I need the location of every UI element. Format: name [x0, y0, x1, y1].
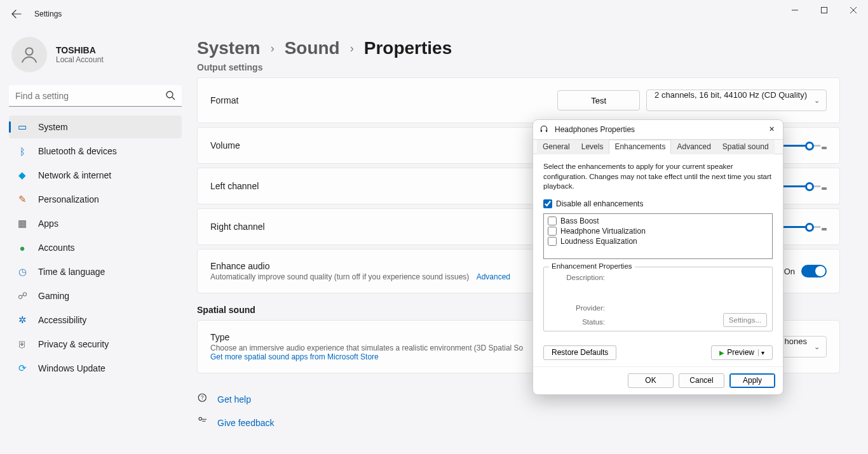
breadcrumb-sound[interactable]: Sound [285, 38, 340, 58]
spatial-value: hones [785, 337, 807, 346]
person-icon [20, 45, 39, 64]
nav-update[interactable]: ⟳Windows Update [9, 357, 182, 380]
tab-levels[interactable]: Levels [576, 140, 609, 154]
breadcrumb-properties: Properties [364, 38, 452, 58]
dropdown-arrow-icon: ▾ [758, 349, 764, 356]
apply-button[interactable]: Apply [729, 373, 775, 388]
globe-icon: ◷ [17, 266, 28, 277]
test-button[interactable]: Test [557, 90, 640, 110]
close-window-button[interactable] [839, 0, 868, 20]
nav-label: Gaming [38, 291, 69, 301]
breadcrumb: System › Sound › Properties [197, 28, 840, 63]
account-icon: ● [17, 242, 28, 253]
nav-label: Windows Update [38, 363, 105, 373]
arrow-left-icon [11, 9, 22, 19]
back-button[interactable] [5, 3, 28, 25]
svg-rect-9 [546, 130, 547, 132]
checkbox-input[interactable] [548, 237, 557, 246]
disable-enhancements-checkbox[interactable]: Disable all enhancements [543, 199, 773, 208]
format-value: 2 channels, 16 bit, 44100 Hz (CD Quality… [654, 90, 807, 100]
enhancements-list: Bass Boost Headphone Virtualization Loud… [543, 213, 773, 259]
tab-advanced[interactable]: Advanced [671, 140, 716, 154]
nav-label: Bluetooth & devices [38, 146, 117, 156]
advanced-link[interactable]: Advanced [477, 272, 510, 281]
prop-status-label: Status: [550, 318, 605, 326]
nav-bluetooth[interactable]: ᛒBluetooth & devices [9, 140, 182, 163]
fieldset-legend: Enhancement Properties [549, 262, 635, 270]
tab-spatial-sound[interactable]: Spatial sound [717, 140, 775, 154]
tab-enhancements[interactable]: Enhancements [609, 140, 671, 154]
checkbox-input[interactable] [548, 217, 557, 225]
nav-accounts[interactable]: ●Accounts [9, 236, 182, 259]
nav-personalization[interactable]: ✎Personalization [9, 188, 182, 211]
search-input[interactable] [9, 85, 182, 107]
give-feedback-link[interactable]: Give feedback [217, 418, 275, 428]
avatar [11, 37, 47, 72]
section-output: Output settings [197, 62, 840, 72]
prop-description-label: Description: [550, 274, 605, 281]
minimize-button[interactable] [780, 0, 810, 20]
headphones-properties-dialog: Headphones Properties ✕ General Levels E… [532, 119, 783, 395]
nav-system[interactable]: ▭System [9, 116, 182, 138]
bass-boost-checkbox[interactable]: Bass Boost [548, 217, 768, 225]
update-icon: ⟳ [17, 363, 28, 374]
chevron-down-icon: ⌄ [814, 97, 820, 105]
loudness-equalization-checkbox[interactable]: Loudness Equalization [548, 237, 768, 246]
get-help-link[interactable]: Get help [217, 394, 251, 404]
maximize-button[interactable] [810, 0, 839, 20]
toggle-label: On [784, 267, 795, 276]
nav-network[interactable]: ◆Network & internet [9, 164, 182, 187]
svg-rect-1 [822, 8, 827, 13]
breadcrumb-system[interactable]: System [197, 38, 261, 58]
nav-time[interactable]: ◷Time & language [9, 260, 182, 283]
gaming-icon: ☍ [17, 290, 28, 302]
mute-toggle-icon[interactable] [822, 147, 827, 149]
nav-apps[interactable]: ▦Apps [9, 212, 182, 235]
feedback-icon [197, 416, 208, 429]
chevron-right-icon: › [350, 42, 354, 55]
nav-label: Accessibility [38, 315, 86, 325]
user-account-type: Local Account [56, 55, 104, 64]
headphone-virtualization-checkbox[interactable]: Headphone Virtualization [548, 227, 768, 236]
restore-defaults-button[interactable]: Restore Defaults [543, 345, 616, 360]
chevron-down-icon: ⌄ [814, 343, 820, 351]
enhance-toggle[interactable] [801, 265, 827, 277]
nav-label: Privacy & security [38, 339, 109, 349]
tab-general[interactable]: General [537, 140, 576, 154]
svg-point-2 [25, 48, 32, 55]
nav-label: Apps [38, 218, 58, 229]
brush-icon: ✎ [17, 194, 28, 205]
prop-provider-label: Provider: [550, 304, 605, 312]
preview-button[interactable]: ▶ Preview ▾ [711, 345, 773, 360]
svg-point-3 [166, 91, 173, 98]
chevron-right-icon: › [271, 42, 275, 55]
window-title: Settings [34, 10, 62, 18]
nav-label: Network & internet [38, 170, 111, 180]
card-label: Format [210, 95, 557, 105]
shield-icon: ⛨ [17, 338, 28, 350]
wifi-icon: ◆ [17, 170, 28, 181]
checkbox-input[interactable] [543, 199, 552, 208]
ok-button[interactable]: OK [628, 373, 674, 388]
checkbox-input[interactable] [548, 227, 557, 236]
mute-toggle-icon[interactable] [822, 228, 827, 230]
help-icon: ? [197, 392, 208, 406]
nav-accessibility[interactable]: ✲Accessibility [9, 309, 182, 331]
nav-privacy[interactable]: ⛨Privacy & security [9, 333, 182, 356]
svg-text:?: ? [201, 395, 204, 401]
dialog-title: Headphones Properties [555, 125, 635, 134]
nav-label: System [38, 122, 68, 132]
mute-toggle-icon[interactable] [822, 187, 827, 190]
svg-point-7 [199, 417, 202, 420]
cancel-button[interactable]: Cancel [679, 373, 724, 388]
settings-button: Settings... [723, 313, 767, 327]
headphones-icon [539, 124, 550, 135]
search-icon [165, 90, 175, 103]
svg-line-4 [172, 97, 175, 100]
nav-gaming[interactable]: ☍Gaming [9, 284, 182, 307]
system-icon: ▭ [17, 121, 28, 133]
spatial-select[interactable]: hones ⌄ [776, 336, 827, 357]
nav-label: Personalization [38, 194, 99, 204]
format-select[interactable]: 2 channels, 16 bit, 44100 Hz (CD Quality… [646, 90, 827, 111]
dialog-close-button[interactable]: ✕ [763, 121, 780, 137]
